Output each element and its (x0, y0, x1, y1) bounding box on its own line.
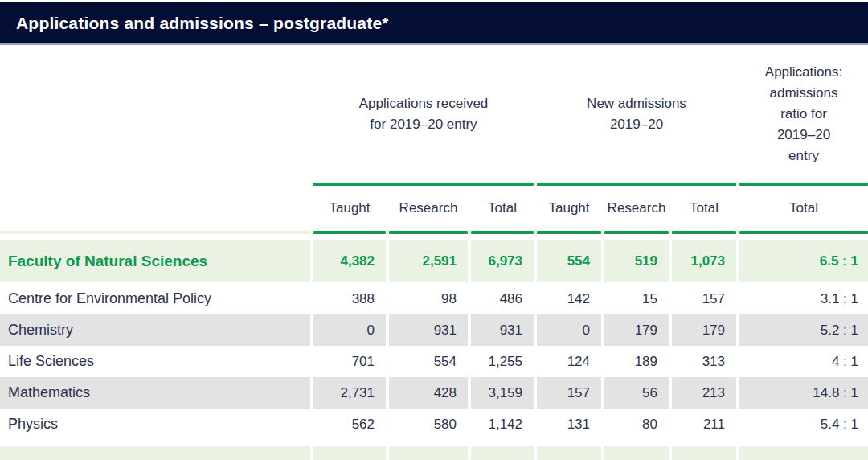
cell-value: 701 (313, 346, 386, 377)
report-page: Applications and admissions – postgradua… (0, 0, 868, 460)
cell-value: 157 (537, 377, 601, 409)
column-group-header-row: Applications received for 2019–20 entry … (0, 45, 868, 183)
cell (672, 446, 736, 460)
cell-value: 142 (537, 283, 601, 314)
group-header-line: 2019–20 (739, 125, 868, 146)
row-label: Faculty of Natural Sciences (0, 240, 310, 282)
group-header-line: admissions (739, 83, 868, 104)
group-header-line: ratio for (739, 104, 868, 125)
cell-value: 124 (537, 346, 601, 377)
cell-value: 131 (537, 409, 601, 440)
table-row: Mathematics 2,731 428 3,159 157 56 213 1… (0, 377, 868, 409)
group-header-line: New admissions (537, 93, 736, 114)
cell-value: 6,973 (471, 240, 534, 282)
cell-value: 5.2 : 1 (739, 314, 868, 346)
cell-value: 179 (672, 314, 736, 346)
row-label: Mathematics (0, 377, 310, 409)
cell-value: 313 (672, 346, 736, 377)
cell-value: 554 (389, 346, 468, 377)
column-header-research: Research (389, 200, 468, 216)
cell-value: 3.1 : 1 (739, 283, 868, 314)
group-underline (313, 183, 534, 186)
group-header-applications-received: Applications received for 2019–20 entry (313, 93, 534, 135)
column-header-total: Total (471, 200, 534, 216)
cell-value: 486 (471, 283, 534, 314)
cell-value: 4 : 1 (739, 346, 868, 377)
row-label: Centre for Environmental Policy (0, 283, 310, 314)
table-row: Physics 562 580 1,142 131 80 211 5.4 : 1 (0, 409, 868, 440)
column-underline (604, 231, 669, 234)
cell-value: 1,073 (672, 240, 736, 282)
cell-value: 2,591 (389, 240, 468, 282)
table-row-faculty-total: Faculty of Natural Sciences 4,382 2,591 … (0, 240, 868, 282)
cell-value: 554 (537, 240, 601, 282)
row-label: Life Sciences (0, 346, 310, 377)
cell (604, 446, 669, 460)
cell (537, 446, 601, 460)
cell-value: 931 (471, 314, 534, 346)
table-row: Chemistry 0 931 931 0 179 179 5.2 : 1 (0, 314, 868, 346)
cell-value: 213 (672, 377, 736, 409)
column-header-total: Total (739, 200, 868, 216)
column-header-research: Research (604, 200, 669, 216)
page-title: Applications and admissions – postgradua… (16, 14, 389, 33)
cell-value: 80 (604, 409, 669, 440)
column-header-taught: Taught (313, 200, 386, 216)
cell-value: 5.4 : 1 (739, 409, 868, 440)
cell-value: 6.5 : 1 (739, 240, 868, 282)
cell-value: 931 (389, 314, 468, 346)
group-underline (739, 183, 868, 186)
cell-value: 3,159 (471, 377, 534, 409)
group-header-line: Applications: (739, 62, 868, 83)
cell (389, 446, 468, 460)
column-underline (739, 231, 868, 234)
cell-value: 0 (313, 314, 386, 346)
cell (0, 446, 310, 460)
cell (471, 446, 534, 460)
cell-value: 562 (313, 409, 386, 440)
table-row-partial (0, 446, 868, 460)
column-header-taught: Taught (537, 200, 601, 216)
cell-value: 15 (604, 283, 669, 314)
cell-value: 189 (604, 346, 669, 377)
row-label: Chemistry (0, 314, 310, 346)
cell-value: 2,731 (313, 377, 386, 409)
cell-value: 14.8 : 1 (739, 377, 868, 409)
cell (739, 446, 868, 460)
table-row: Life Sciences 701 554 1,255 124 189 313 … (0, 346, 868, 377)
cell-value: 519 (604, 240, 669, 282)
cell-value: 1,255 (471, 346, 534, 377)
group-header-line: 2019–20 (537, 114, 736, 135)
group-underline (537, 183, 736, 186)
column-underline (537, 231, 601, 234)
column-underline (389, 231, 468, 234)
cell (313, 446, 386, 460)
cell-value: 211 (672, 409, 736, 440)
section-title-bar: Applications and admissions – postgradua… (0, 2, 868, 45)
group-header-line: Applications received (313, 93, 534, 114)
column-header-total: Total (672, 200, 736, 216)
cell-value: 580 (389, 409, 468, 440)
column-underline (0, 231, 310, 234)
cell-value: 388 (313, 283, 386, 314)
cell-value: 428 (389, 377, 468, 409)
spacer (0, 440, 868, 446)
table-row: Centre for Environmental Policy 388 98 4… (0, 283, 868, 314)
cell-value: 0 (537, 314, 601, 346)
cell-value: 4,382 (313, 240, 386, 282)
cell-value: 56 (604, 377, 669, 409)
group-header-ratio: Applications: admissions ratio for 2019–… (739, 62, 868, 166)
cell-value: 157 (672, 283, 736, 314)
group-header-line: entry (739, 146, 868, 166)
column-header-row: Taught Research Total Taught Research To… (0, 186, 868, 231)
column-underline (313, 231, 386, 234)
row-label: Physics (0, 409, 310, 440)
cell-value: 179 (604, 314, 669, 346)
spacer (0, 234, 868, 240)
column-underline (672, 231, 736, 234)
column-underline (471, 231, 534, 234)
group-header-line: for 2019–20 entry (313, 114, 534, 135)
group-header-new-admissions: New admissions 2019–20 (537, 93, 736, 135)
cell-value: 98 (389, 283, 468, 314)
cell-value: 1,142 (471, 409, 534, 440)
